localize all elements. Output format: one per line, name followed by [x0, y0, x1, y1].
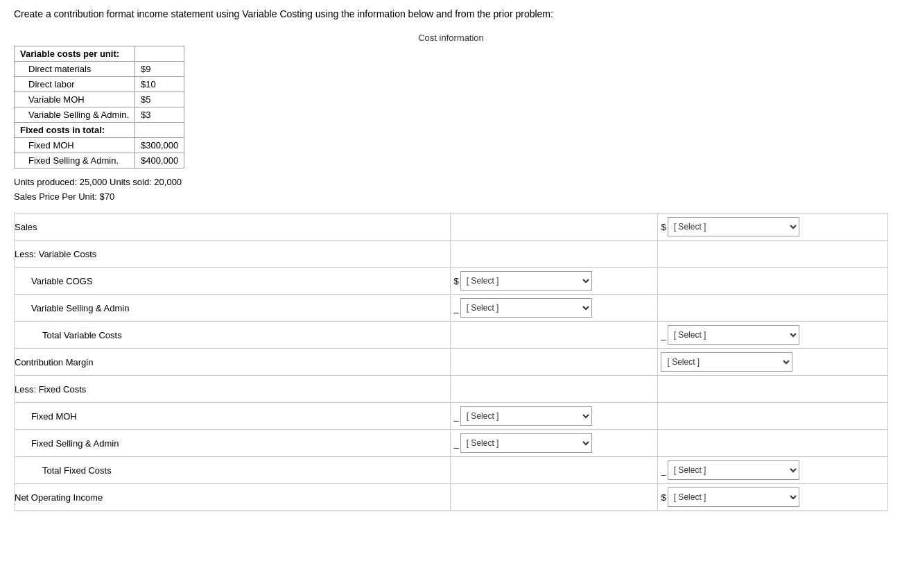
- row-variable-selling: Variable Selling & Admin _ [ Select ] $1…: [15, 295, 888, 322]
- fixed-selling-income-label: Fixed Selling & Admin: [15, 430, 451, 457]
- fixedmoh-minus: _: [453, 411, 458, 422]
- cost-row-fixed-selling: Fixed Selling & Admin. $400,000: [15, 153, 184, 168]
- fixed-costs-header-row: Fixed costs in total:: [15, 123, 184, 138]
- noi-dollar: $: [661, 492, 666, 503]
- total-variable-right: _ [ Select ] $1,400,000 $180,000 $280,00…: [658, 322, 888, 349]
- row-fixed-moh: Fixed MOH _ [ Select ] $1,400,000 $180,0…: [15, 403, 888, 430]
- cost-section: Cost information Variable costs per unit…: [14, 33, 888, 168]
- variable-selling-admin-label: Variable Selling & Admin: [15, 295, 451, 322]
- totalvar-minus: _: [661, 330, 666, 340]
- sales-price-text: Sales Price Per Unit: $70: [14, 191, 888, 202]
- row-fixed-selling: Fixed Selling & Admin _ [ Select ] $1,40…: [15, 430, 888, 457]
- variable-selling-label: Variable Selling & Admin.: [15, 107, 135, 123]
- variable-cogs-label: Variable COGS: [15, 268, 451, 295]
- variable-selling-middle: _ [ Select ] $1,400,000 $180,000 $280,00…: [451, 295, 658, 322]
- direct-labor-value: $10: [135, 77, 184, 92]
- units-text: Units produced: 25,000 Units sold: 20,00…: [14, 177, 888, 187]
- sales-right: $ [ Select ] $1,400,000 $180,000 $280,00…: [658, 214, 888, 241]
- fixed-selling-label: Fixed Selling & Admin.: [15, 153, 135, 168]
- sales-dollar: $: [661, 222, 666, 232]
- fixed-moh-value: $300,000: [135, 138, 184, 153]
- cost-row-direct-materials: Direct materials $9: [15, 62, 184, 77]
- total-variable-middle: [451, 322, 658, 349]
- fixed-moh-label: Fixed MOH: [15, 138, 135, 153]
- net-operating-middle: [451, 484, 658, 511]
- row-total-variable: Total Variable Costs _ [ Select ] $1,400…: [15, 322, 888, 349]
- variable-cogs-select[interactable]: [ Select ] $1,400,000 $180,000 $280,000 …: [460, 271, 592, 291]
- contribution-margin-middle: [451, 349, 658, 376]
- income-statement-table: Sales $ [ Select ] $1,400,000 $180,000 $…: [14, 213, 888, 511]
- total-fixed-select[interactable]: [ Select ] $1,400,000 $180,000 $280,000 …: [668, 460, 799, 480]
- variable-cogs-right: [658, 268, 888, 295]
- intro-text: Create a contribution format income stat…: [14, 7, 888, 21]
- fixedselling-minus: _: [453, 438, 458, 449]
- fixed-selling-value: $400,000: [135, 153, 184, 168]
- less-variable-middle: [451, 241, 658, 268]
- net-operating-label: Net Operating Income: [15, 484, 451, 511]
- row-variable-cogs: Variable COGS $ [ Select ] $1,400,000 $1…: [15, 268, 888, 295]
- direct-materials-value: $9: [135, 62, 184, 77]
- cost-row-variable-selling: Variable Selling & Admin. $3: [15, 107, 184, 123]
- fixed-moh-select[interactable]: [ Select ] $1,400,000 $180,000 $280,000 …: [460, 406, 592, 426]
- fixed-selling-middle: _ [ Select ] $1,400,000 $180,000 $280,00…: [451, 430, 658, 457]
- fixed-moh-income-label: Fixed MOH: [15, 403, 451, 430]
- row-sales: Sales $ [ Select ] $1,400,000 $180,000 $…: [15, 214, 888, 241]
- total-fixed-label: Total Fixed Costs: [15, 457, 451, 484]
- variable-costs-header-row: Variable costs per unit:: [15, 46, 184, 62]
- sales-select[interactable]: [ Select ] $1,400,000 $180,000 $280,000 …: [668, 217, 799, 236]
- net-operating-select[interactable]: [ Select ] $1,400,000 $180,000 $280,000 …: [668, 487, 799, 507]
- net-operating-right: $ [ Select ] $1,400,000 $180,000 $280,00…: [658, 484, 888, 511]
- fixed-selling-right: [658, 430, 888, 457]
- fixed-moh-right: [658, 403, 888, 430]
- variable-costs-header: Variable costs per unit:: [15, 46, 135, 62]
- row-net-operating: Net Operating Income $ [ Select ] $1,400…: [15, 484, 888, 511]
- total-variable-select[interactable]: [ Select ] $1,400,000 $180,000 $280,000 …: [668, 325, 799, 345]
- totalfixed-minus: _: [661, 465, 666, 476]
- less-variable-right: [658, 241, 888, 268]
- contribution-margin-select[interactable]: [ Select ] $1,400,000 $180,000 $280,000 …: [661, 352, 792, 372]
- row-contribution-margin: Contribution Margin [ Select ] $1,400,00…: [15, 349, 888, 376]
- direct-labor-label: Direct labor: [15, 77, 135, 92]
- fixed-costs-header: Fixed costs in total:: [15, 123, 135, 138]
- row-total-fixed: Total Fixed Costs _ [ Select ] $1,400,00…: [15, 457, 888, 484]
- less-fixed-label: Less: Fixed Costs: [15, 376, 451, 403]
- direct-materials-label: Direct materials: [15, 62, 135, 77]
- cost-row-fixed-moh: Fixed MOH $300,000: [15, 138, 184, 153]
- row-less-fixed: Less: Fixed Costs: [15, 376, 888, 403]
- sales-middle: [451, 214, 658, 241]
- cost-row-direct-labor: Direct labor $10: [15, 77, 184, 92]
- variable-costs-header-val: [135, 46, 184, 62]
- less-variable-label: Less: Variable Costs: [15, 241, 451, 268]
- variable-moh-value: $5: [135, 92, 184, 107]
- variable-cogs-middle: $ [ Select ] $1,400,000 $180,000 $280,00…: [451, 268, 658, 295]
- variable-moh-label: Variable MOH: [15, 92, 135, 107]
- vselling-minus: _: [453, 303, 458, 313]
- cost-row-variable-moh: Variable MOH $5: [15, 92, 184, 107]
- sales-label: Sales: [15, 214, 451, 241]
- fixed-selling-select[interactable]: [ Select ] $1,400,000 $180,000 $280,000 …: [460, 433, 592, 453]
- contribution-margin-right: [ Select ] $1,400,000 $180,000 $280,000 …: [658, 349, 888, 376]
- less-fixed-right: [658, 376, 888, 403]
- total-fixed-right: _ [ Select ] $1,400,000 $180,000 $280,00…: [658, 457, 888, 484]
- total-variable-label: Total Variable Costs: [15, 322, 451, 349]
- contribution-margin-label: Contribution Margin: [15, 349, 451, 376]
- fixed-moh-middle: _ [ Select ] $1,400,000 $180,000 $280,00…: [451, 403, 658, 430]
- total-fixed-middle: [451, 457, 658, 484]
- row-less-variable: Less: Variable Costs: [15, 241, 888, 268]
- less-fixed-middle: [451, 376, 658, 403]
- vcogs-dollar: $: [453, 276, 458, 286]
- variable-selling-value: $3: [135, 107, 184, 123]
- variable-selling-select[interactable]: [ Select ] $1,400,000 $180,000 $280,000 …: [460, 298, 592, 318]
- fixed-costs-header-val: [135, 123, 184, 138]
- cost-table: Variable costs per unit: Direct material…: [14, 46, 184, 168]
- variable-selling-right: [658, 295, 888, 322]
- cost-label: Cost information: [14, 33, 888, 43]
